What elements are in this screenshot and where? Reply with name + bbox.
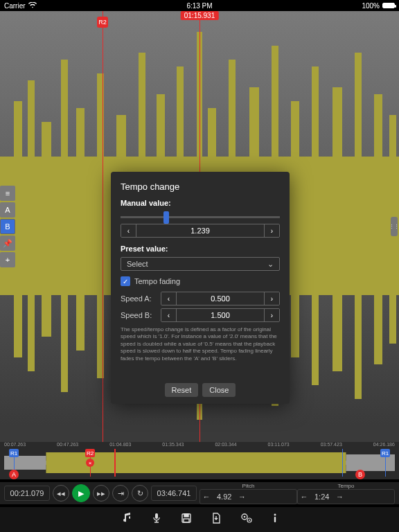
tempo-value: 1:24 — [310, 493, 333, 501]
left-toolbar: ≡ A B 📌 + — [0, 186, 15, 267]
pitch-stepper[interactable]: ← 4.92 → — [200, 489, 297, 504]
tempo-stepper[interactable]: ← 1:24 → — [297, 489, 395, 504]
speed-a-stepper[interactable]: ‹ 0.500 › — [161, 292, 280, 305]
battery-icon — [382, 3, 395, 8]
chevron-left-icon[interactable]: ‹ — [161, 309, 177, 321]
add-button[interactable]: + — [0, 252, 15, 267]
tick: 00:07.263 — [4, 442, 26, 449]
check-icon: ✓ — [121, 276, 130, 286]
chevron-left-icon[interactable]: ‹ — [161, 292, 177, 305]
marker-r2-line[interactable] — [103, 11, 103, 442]
music-icon[interactable] — [121, 513, 132, 526]
svg-point-33 — [249, 520, 250, 521]
manual-value-label: Manual value: — [121, 199, 280, 207]
svg-point-34 — [274, 514, 276, 516]
svg-rect-5 — [76, 108, 85, 351]
preset-value-label: Preset value: — [121, 245, 280, 253]
svg-rect-3 — [42, 122, 51, 337]
overview-ticks: 00:07.263 00:47.263 01:04.803 01:35.343 … — [4, 442, 395, 449]
chevron-right-icon[interactable]: › — [264, 224, 279, 237]
info-icon[interactable] — [272, 513, 278, 526]
overview-strip[interactable]: 00:07.263 00:47.263 01:04.803 01:35.343 … — [0, 442, 399, 479]
forward-icon: ▸▸ — [97, 489, 105, 498]
manual-value-display: 1.239 — [136, 224, 264, 237]
tempo-change-dialog: Tempo change Manual value: ‹ 1.239 › Pre… — [111, 172, 290, 404]
mic-icon[interactable] — [152, 513, 161, 526]
marker-a-button[interactable]: A — [0, 202, 15, 218]
speed-a-label: Speed A: — [121, 294, 157, 303]
forward-button[interactable]: ▸▸ — [93, 485, 109, 502]
svg-rect-29 — [184, 519, 189, 522]
plus-icon: + — [6, 256, 10, 264]
arrow-right-icon[interactable]: → — [236, 493, 248, 501]
svg-rect-35 — [274, 517, 276, 522]
overview-waveform — [4, 449, 395, 477]
rewind-icon: ◂◂ — [57, 489, 65, 498]
svg-rect-28 — [184, 514, 188, 517]
loop-button[interactable]: ↻ — [132, 485, 148, 502]
loop-icon: ↻ — [137, 489, 143, 498]
arrow-left-icon[interactable]: ← — [200, 493, 213, 501]
play-icon: ▶ — [78, 489, 84, 498]
chevron-right-icon[interactable]: › — [264, 309, 279, 321]
chevron-right-icon[interactable]: › — [264, 292, 279, 305]
tempo-fading-label: Tempo fading — [134, 277, 180, 285]
ov-marker-r1-right[interactable]: R1 — [385, 449, 395, 477]
play-button[interactable]: ▶ — [72, 484, 90, 502]
export-icon[interactable] — [211, 513, 221, 526]
svg-rect-24 — [4, 456, 46, 470]
arrow-right-icon[interactable]: → — [333, 493, 346, 501]
save-icon[interactable] — [181, 513, 192, 526]
svg-rect-17 — [312, 66, 319, 385]
tick: 01:35.343 — [162, 442, 184, 449]
tempo-fading-checkbox[interactable]: ✓ Tempo fading — [121, 276, 280, 286]
settings-icon[interactable] — [240, 513, 253, 526]
pitch-value: 4.92 — [213, 493, 236, 501]
svg-rect-18 — [332, 87, 342, 371]
menu-icon: ≡ — [6, 189, 10, 197]
rewind-button[interactable]: ◂◂ — [53, 485, 69, 502]
tick: 04:26.186 — [373, 442, 395, 449]
bottom-toolbar — [0, 507, 399, 532]
chevron-left-icon[interactable]: ‹ — [121, 224, 136, 237]
skip-icon: ⇥ — [118, 489, 124, 498]
arrow-left-icon[interactable]: ← — [298, 493, 310, 501]
preset-select-value: Select — [127, 260, 148, 268]
speed-a-value: 0.500 — [177, 292, 264, 305]
svg-rect-20 — [374, 94, 382, 364]
help-text: The speed/tempo change is defined as a f… — [121, 326, 280, 362]
right-handle[interactable]: ⋮⋮ — [391, 217, 398, 236]
tick: 03:57.423 — [321, 442, 342, 449]
dialog-title: Tempo change — [121, 181, 280, 192]
ov-marker-b[interactable]: B — [355, 470, 365, 479]
tick: 01:04.803 — [109, 442, 131, 449]
ov-marker-r2[interactable]: R2 × — [90, 449, 100, 477]
clock: 6:13 PM — [0, 2, 399, 10]
status-bar: Carrier 6:13 PM 100% — [0, 0, 399, 11]
duration-time[interactable]: 03:46.741 — [151, 486, 197, 501]
skip-button[interactable]: ⇥ — [112, 485, 129, 502]
svg-rect-4 — [61, 60, 68, 392]
pin-icon: 📌 — [3, 239, 12, 248]
preset-select[interactable]: Select ⌄ — [121, 257, 280, 271]
marker-b-button[interactable]: B — [0, 219, 15, 234]
reset-button[interactable]: Reset — [165, 383, 199, 397]
chevron-down-icon: ⌄ — [267, 260, 274, 269]
speed-b-stepper[interactable]: ‹ 1.500 › — [161, 308, 280, 322]
tick: 03:11.073 — [268, 442, 290, 449]
tick: 00:47.263 — [57, 442, 78, 449]
svg-rect-2 — [28, 80, 35, 371]
playhead-time: 01:15.931 — [181, 11, 219, 20]
svg-rect-16 — [291, 101, 299, 357]
pitch-label: Pitch — [200, 483, 297, 489]
ov-marker-a[interactable]: A — [9, 470, 19, 479]
close-button[interactable]: Close — [202, 383, 236, 397]
pin-button[interactable]: 📌 — [0, 236, 15, 251]
manual-value-stepper[interactable]: ‹ 1.239 › — [121, 224, 280, 238]
close-icon[interactable]: × — [86, 459, 94, 467]
tick: 02:03.344 — [215, 442, 236, 449]
manual-value-slider[interactable] — [121, 216, 280, 218]
position-time[interactable]: 00:21.079 — [4, 486, 50, 501]
tempo-label: Tempo — [297, 483, 395, 489]
list-button[interactable]: ≡ — [0, 186, 15, 201]
